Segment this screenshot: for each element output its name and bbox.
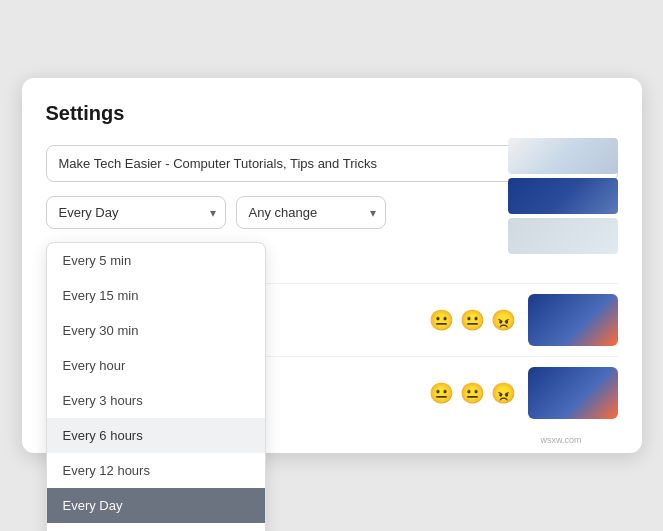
frequency-select[interactable]: Every Day	[46, 196, 226, 229]
dropdown-item-every-day[interactable]: Every Day	[47, 488, 265, 523]
content-thumb-2	[528, 367, 618, 419]
emoji-neutral-4[interactable]: 😐	[460, 381, 485, 405]
frequency-dropdown-menu: Every 5 min Every 15 min Every 30 min Ev…	[46, 242, 266, 531]
change-select[interactable]: Any change	[236, 196, 386, 229]
emoji-row-2: 😐 😐 😠	[429, 381, 516, 405]
logo-bar: wsxw.com	[540, 435, 581, 445]
panel-title: Settings	[46, 102, 618, 125]
emoji-neutral-2[interactable]: 😐	[460, 308, 485, 332]
settings-panel: Settings Make Tech Easier - Computer Tut…	[22, 78, 642, 453]
dropdown-item-every-week[interactable]: Every Week	[47, 523, 265, 531]
logo-text: wsxw.com	[540, 435, 581, 445]
change-select-wrapper[interactable]: Any change ▾	[236, 196, 386, 229]
emoji-angry-1[interactable]: 😠	[491, 308, 516, 332]
dropdown-item-every-5-min[interactable]: Every 5 min	[47, 243, 265, 278]
dropdown-item-every-15-min[interactable]: Every 15 min	[47, 278, 265, 313]
dropdown-item-every-3-hours[interactable]: Every 3 hours	[47, 383, 265, 418]
controls-row: Every Day ▾ Every 5 min Every 15 min Eve…	[46, 196, 618, 229]
content-thumb-1	[528, 294, 618, 346]
dropdown-item-every-12-hours[interactable]: Every 12 hours	[47, 453, 265, 488]
emoji-neutral-1[interactable]: 😐	[429, 308, 454, 332]
frequency-select-wrapper[interactable]: Every Day ▾ Every 5 min Every 15 min Eve…	[46, 196, 226, 229]
dropdown-item-every-6-hours[interactable]: Every 6 hours	[47, 418, 265, 453]
dropdown-item-every-hour[interactable]: Every hour	[47, 348, 265, 383]
thumb-1	[508, 138, 618, 174]
emoji-angry-2[interactable]: 😠	[491, 381, 516, 405]
emoji-neutral-3[interactable]: 😐	[429, 381, 454, 405]
dropdown-item-every-30-min[interactable]: Every 30 min	[47, 313, 265, 348]
emoji-row-1: 😐 😐 😠	[429, 308, 516, 332]
